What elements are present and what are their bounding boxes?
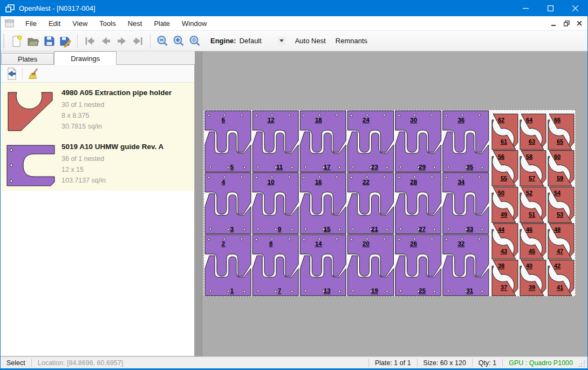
status-bar: Select Location: [84.8696, 60.6957] Plat… bbox=[1, 356, 587, 368]
nested-part-pair-red[interactable]: 6059 bbox=[548, 151, 574, 186]
minimize-button[interactable] bbox=[513, 0, 538, 16]
nested-part-pair-red[interactable]: 6261 bbox=[492, 114, 518, 150]
zoom-fit-button[interactable] bbox=[187, 33, 203, 49]
svg-text:26: 26 bbox=[410, 240, 417, 247]
svg-text:38: 38 bbox=[498, 263, 504, 269]
remnants-button[interactable]: Remnants bbox=[331, 34, 372, 48]
svg-text:45: 45 bbox=[529, 248, 535, 254]
zoom-in-button[interactable] bbox=[170, 33, 187, 49]
tab-plates[interactable]: Plates bbox=[1, 53, 54, 65]
nav-next-button[interactable] bbox=[114, 33, 130, 49]
nested-part-pair-purple[interactable]: 2019 bbox=[348, 234, 394, 295]
menu-item-view[interactable]: View bbox=[66, 17, 93, 30]
toolbar-grip[interactable] bbox=[3, 34, 6, 48]
svg-text:16: 16 bbox=[315, 179, 322, 185]
mdi-close-button[interactable] bbox=[577, 21, 582, 26]
nested-part-pair-purple[interactable]: 3635 bbox=[443, 111, 489, 172]
clear-drawings-button[interactable] bbox=[26, 66, 40, 81]
nested-part-pair-purple[interactable]: 109 bbox=[252, 173, 298, 234]
nested-part-pair-purple[interactable]: 2827 bbox=[395, 173, 441, 234]
drawings-toolbar bbox=[1, 65, 194, 83]
nested-part-pair-red[interactable]: 4847 bbox=[548, 224, 574, 259]
svg-text:42: 42 bbox=[554, 263, 560, 269]
auto-nest-button[interactable]: Auto Nest bbox=[290, 34, 331, 48]
svg-text:48: 48 bbox=[554, 226, 560, 233]
close-button[interactable] bbox=[563, 0, 587, 16]
nested-part-pair-purple[interactable]: 87 bbox=[252, 234, 298, 295]
nested-part-pair-purple[interactable]: 43 bbox=[205, 173, 251, 234]
svg-text:54: 54 bbox=[554, 190, 561, 196]
svg-text:12: 12 bbox=[268, 117, 275, 123]
nested-part-pair-purple[interactable]: 1615 bbox=[300, 173, 346, 234]
new-file-icon bbox=[10, 35, 23, 48]
nested-part-pair-purple[interactable]: 3231 bbox=[443, 234, 489, 295]
nav-last-icon bbox=[132, 35, 145, 48]
nested-part-pair-red[interactable]: 4645 bbox=[520, 224, 546, 259]
drawing-list-item[interactable]: 4980 A05 Extraction pipe holder30 of 1 n… bbox=[1, 83, 194, 137]
engine-select[interactable]: Default bbox=[240, 35, 286, 48]
menu-item-nest[interactable]: Nest bbox=[122, 17, 148, 30]
maximize-button[interactable] bbox=[538, 0, 563, 16]
nested-part-pair-purple[interactable]: 3433 bbox=[443, 173, 489, 234]
nested-part-pair-red[interactable]: 4443 bbox=[492, 224, 518, 259]
nested-part-pair-purple[interactable]: 65 bbox=[205, 111, 251, 172]
nav-prev-button[interactable] bbox=[98, 33, 114, 49]
nested-part-pair-red[interactable]: 5655 bbox=[492, 151, 518, 186]
tab-drawings[interactable]: Drawings bbox=[54, 51, 117, 65]
zoom-out-icon bbox=[156, 35, 169, 48]
menu-item-file[interactable]: File bbox=[19, 17, 43, 30]
nested-part-pair-red[interactable]: 5049 bbox=[492, 187, 518, 223]
plate[interactable]: 6512111817242330293635431091615222128273… bbox=[203, 110, 576, 297]
zoom-out-button[interactable] bbox=[154, 33, 170, 49]
new-file-button[interactable] bbox=[9, 33, 25, 49]
menu-item-tools[interactable]: Tools bbox=[93, 17, 121, 30]
svg-text:19: 19 bbox=[371, 287, 378, 294]
svg-text:43: 43 bbox=[501, 248, 507, 254]
save-as-button[interactable] bbox=[57, 33, 73, 49]
nested-part-pair-purple[interactable]: 2625 bbox=[395, 234, 441, 295]
svg-text:10: 10 bbox=[268, 179, 275, 185]
menu-item-plate[interactable]: Plate bbox=[148, 17, 176, 30]
mdi-restore-button[interactable] bbox=[564, 21, 570, 26]
nested-part-pair-purple[interactable]: 2423 bbox=[348, 111, 394, 172]
nested-part-pair-red[interactable]: 4039 bbox=[520, 260, 546, 295]
status-section: Qty: 1 bbox=[473, 359, 502, 367]
svg-text:22: 22 bbox=[363, 179, 370, 185]
svg-text:46: 46 bbox=[526, 226, 532, 233]
nested-part-pair-purple[interactable]: 1817 bbox=[300, 111, 346, 172]
open-file-button[interactable] bbox=[25, 33, 41, 49]
nested-part-pair-red[interactable]: 5251 bbox=[520, 187, 546, 223]
nested-part-pair-purple[interactable]: 1211 bbox=[252, 111, 298, 172]
nested-part-pair-purple[interactable]: 21 bbox=[205, 234, 251, 295]
svg-text:66: 66 bbox=[554, 117, 560, 123]
nav-first-button[interactable] bbox=[81, 33, 98, 49]
nested-part-pair-purple[interactable]: 1413 bbox=[300, 234, 346, 295]
svg-text:13: 13 bbox=[324, 287, 331, 294]
menu-item-edit[interactable]: Edit bbox=[43, 17, 66, 30]
nested-part-pair-red[interactable]: 5857 bbox=[520, 151, 546, 186]
nav-last-button[interactable] bbox=[130, 33, 146, 49]
nested-part-pair-red[interactable]: 6463 bbox=[520, 114, 546, 150]
drawing-list-item[interactable]: 5019 A10 UHMW guide Rev. A36 of 1 nested… bbox=[1, 137, 194, 191]
nested-part-pair-purple[interactable]: 2221 bbox=[348, 173, 394, 234]
mdi-minimize-button[interactable] bbox=[551, 21, 556, 26]
import-drawing-button[interactable] bbox=[4, 66, 19, 81]
nested-part-pair-red[interactable]: 4241 bbox=[548, 260, 574, 295]
save-button[interactable] bbox=[41, 33, 57, 49]
resize-grip[interactable] bbox=[579, 359, 586, 367]
nested-part-pair-red[interactable]: 3837 bbox=[492, 260, 518, 295]
broom-icon bbox=[26, 67, 40, 80]
nested-part-pair-red[interactable]: 6665 bbox=[548, 114, 574, 150]
svg-text:57: 57 bbox=[529, 175, 535, 181]
svg-text:17: 17 bbox=[324, 164, 331, 170]
menu-item-window[interactable]: Window bbox=[176, 17, 213, 30]
mdi-document-icon[interactable] bbox=[5, 19, 14, 28]
nested-part-pair-purple[interactable]: 3029 bbox=[395, 111, 441, 172]
import-drawing-icon bbox=[5, 67, 18, 80]
nest-canvas[interactable]: 6512111817242330293635431091615222128273… bbox=[195, 51, 587, 356]
status-section: Plate: 1 of 1 bbox=[369, 359, 417, 367]
chevron-down-icon[interactable] bbox=[277, 36, 286, 46]
svg-text:61: 61 bbox=[501, 138, 507, 145]
nested-part-pair-red[interactable]: 5453 bbox=[548, 187, 574, 223]
svg-text:40: 40 bbox=[526, 263, 532, 269]
